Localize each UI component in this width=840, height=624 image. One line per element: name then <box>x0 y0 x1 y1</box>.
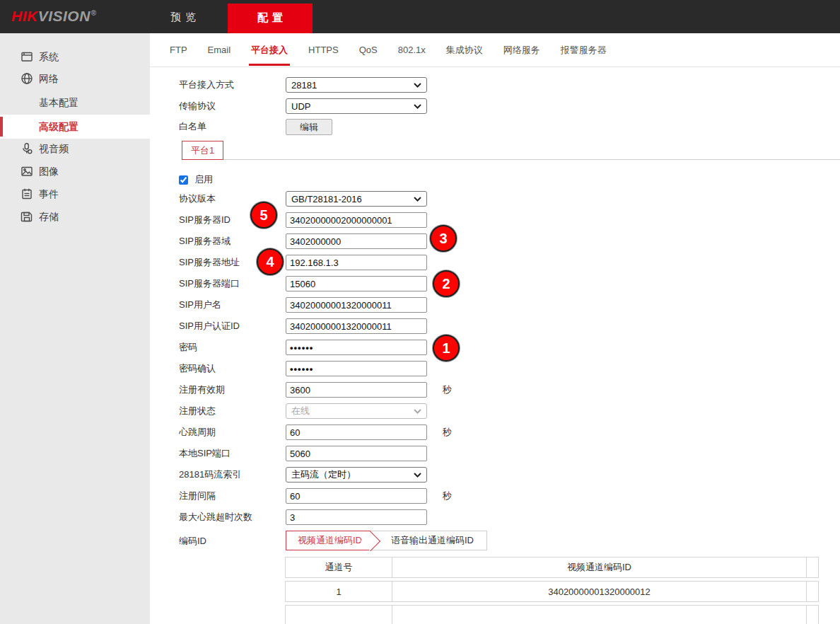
stream-index-select[interactable]: 主码流（定时） <box>286 467 427 483</box>
sidebar-item-video-audio[interactable]: 视音频 <box>0 137 150 160</box>
tab-platform-1[interactable]: 平台1 <box>182 141 223 160</box>
system-icon <box>21 50 33 63</box>
platform-tab-divider <box>182 159 840 160</box>
password-input[interactable] <box>286 340 427 355</box>
registration-validity-label: 注册有效期 <box>179 382 225 398</box>
chevron-down-icon <box>414 473 421 478</box>
encoder-id-label: 编码ID <box>179 533 206 549</box>
password-label: 密码 <box>179 340 197 355</box>
tab-video-channel-encoder-id[interactable]: 视频通道编码ID <box>286 531 371 550</box>
sidebar-item-advanced-config[interactable]: 高级配置 <box>0 115 150 139</box>
annotation-circle-5: 5 <box>250 202 277 229</box>
platform-access-mode-label: 平台接入方式 <box>179 77 234 93</box>
nav-tab-preview[interactable]: 预览 <box>141 0 226 33</box>
chevron-down-icon <box>414 104 421 109</box>
sidebar-item-basic-config[interactable]: 基本配置 <box>0 91 150 114</box>
sip-server-id-input[interactable] <box>286 212 427 228</box>
sidebar-item-event[interactable]: 事件 <box>0 183 150 205</box>
tab-ftp[interactable]: FTP <box>170 33 187 67</box>
protocol-version-value: GB/T28181-2016 <box>291 194 362 204</box>
tab-network-service[interactable]: 网络服务 <box>503 33 540 67</box>
enable-checkbox-row[interactable]: 启用 <box>179 173 213 186</box>
heartbeat-interval-unit: 秒 <box>443 424 452 440</box>
registration-validity-input[interactable] <box>286 382 427 398</box>
sip-auth-id-label: SIP用户认证ID <box>179 318 240 334</box>
tab-platform-access[interactable]: 平台接入 <box>251 33 288 67</box>
sidebar-item-label: 基本配置 <box>39 91 78 114</box>
sip-server-address-input[interactable] <box>286 255 427 270</box>
sip-username-label: SIP用户名 <box>179 297 221 313</box>
whitelist-label: 白名单 <box>179 119 206 134</box>
sidebar-item-label: 系统 <box>39 45 59 68</box>
heartbeat-interval-label: 心跳周期 <box>179 424 216 440</box>
hikvision-logo: HIKVISION® <box>11 8 97 25</box>
chevron-down-icon <box>414 409 421 414</box>
sip-auth-id-input[interactable] <box>286 318 427 334</box>
table-row[interactable]: 1 34020000001320000012 <box>285 581 819 602</box>
video-encoder-id-cell: 34020000001320000012 <box>392 581 807 602</box>
registration-interval-input[interactable] <box>286 488 427 504</box>
heartbeat-interval-input[interactable] <box>286 424 427 440</box>
table-row[interactable] <box>285 605 819 624</box>
image-icon <box>21 165 33 178</box>
sidebar-item-network[interactable]: 网络 <box>0 67 150 90</box>
tab-audio-output-channel-encoder-id[interactable]: 语音输出通道编码ID <box>371 531 487 550</box>
sip-username-input[interactable] <box>286 297 427 313</box>
video-encoder-id-header: 视频通道编码ID <box>392 557 807 578</box>
registration-validity-unit: 秒 <box>443 382 452 398</box>
sidebar-item-label: 网络 <box>39 67 59 90</box>
tab-qos[interactable]: QoS <box>359 33 378 67</box>
network-icon <box>21 72 33 85</box>
sidebar-item-label: 高级配置 <box>39 115 78 137</box>
platform-access-mode-select[interactable]: 28181 <box>286 77 427 93</box>
tab-integration-protocol[interactable]: 集成协议 <box>446 33 483 67</box>
password-confirm-label: 密码确认 <box>179 361 216 376</box>
sip-server-domain-input[interactable] <box>286 233 427 249</box>
max-heartbeat-timeout-label: 最大心跳超时次数 <box>179 509 252 525</box>
local-sip-port-label: 本地SIP端口 <box>179 446 231 461</box>
sip-server-address-label: SIP服务器地址 <box>179 255 240 270</box>
nav-tab-configuration[interactable]: 配置 <box>228 4 313 33</box>
tab-8021x[interactable]: 802.1x <box>398 33 426 67</box>
channel-number-cell: 1 <box>285 581 392 602</box>
sip-server-domain-label: SIP服务器域 <box>179 233 231 249</box>
tab-alarm-server[interactable]: 报警服务器 <box>561 33 607 67</box>
sidebar-item-label: 存储 <box>39 205 59 228</box>
password-confirm-input[interactable] <box>286 361 427 376</box>
transport-protocol-select[interactable]: UDP <box>286 98 427 114</box>
logo-hik: HIK <box>11 8 38 24</box>
whitelist-edit-button[interactable]: 编辑 <box>286 119 332 135</box>
sidebar-item-system[interactable]: 系统 <box>0 45 150 68</box>
platform-access-mode-value: 28181 <box>291 80 317 91</box>
registration-interval-unit: 秒 <box>443 488 452 504</box>
sidebar-item-image[interactable]: 图像 <box>0 160 150 183</box>
protocol-version-select[interactable]: GB/T28181-2016 <box>286 191 427 207</box>
spacer-cell <box>807 605 819 624</box>
channel-number-cell <box>285 605 392 624</box>
logo-vision: VISION <box>38 8 91 24</box>
sip-server-id-label: SIP服务器ID <box>179 212 231 228</box>
sidebar: 系统 网络 基本配置 高级配置 视音频 图像 事件 存储 <box>0 33 150 624</box>
annotation-circle-3: 3 <box>430 225 457 252</box>
annotation-circle-4: 4 <box>257 248 284 275</box>
tab-https[interactable]: HTTPS <box>308 33 339 67</box>
registration-status-value: 在线 <box>291 405 310 417</box>
video-encoder-id-cell <box>392 605 807 624</box>
app-window: HIKVISION® 预览 配置 系统 网络 基本配置 高级配置 视音频 图像 <box>0 0 840 624</box>
enable-checkbox[interactable] <box>179 175 188 185</box>
settings-tab-bar: FTP Email 平台接入 HTTPS QoS 802.1x 集成协议 网络服… <box>150 33 840 67</box>
sip-server-port-input[interactable] <box>286 276 427 291</box>
sidebar-item-storage[interactable]: 存储 <box>0 205 150 228</box>
sidebar-item-label: 事件 <box>39 183 59 205</box>
channel-number-header: 通道号 <box>285 557 392 578</box>
chevron-down-icon <box>414 83 421 88</box>
tab-email[interactable]: Email <box>208 33 231 67</box>
sidebar-item-label: 视音频 <box>39 137 69 160</box>
local-sip-port-input[interactable] <box>286 446 427 461</box>
channel-table: 通道号 视频通道编码ID 1 34020000001320000012 <box>285 554 819 624</box>
annotation-circle-1: 1 <box>433 335 460 362</box>
channel-table-header-row: 通道号 视频通道编码ID <box>285 557 819 578</box>
spacer-cell <box>807 581 819 602</box>
transport-protocol-label: 传输协议 <box>179 98 216 114</box>
max-heartbeat-timeout-input[interactable] <box>286 509 427 525</box>
